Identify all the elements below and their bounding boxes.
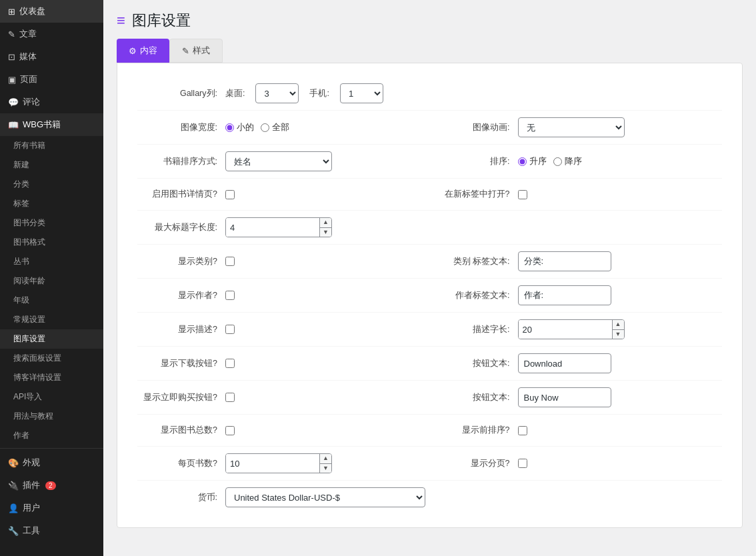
buynow-btn-input[interactable] — [518, 387, 611, 407]
sidebar-item-appearance[interactable]: 🎨 外观 — [0, 451, 103, 474]
show-author-control — [225, 291, 430, 300]
dashboard-icon: ⊞ — [8, 7, 15, 17]
front-order-right: 显示前排序? — [430, 425, 723, 436]
animation-select[interactable]: 无 淡入 滑动 — [518, 117, 625, 137]
sidebar-sub-book-format[interactable]: 图书格式 — [0, 233, 103, 252]
per-page-input[interactable] — [226, 454, 319, 473]
desc-length-up-btn[interactable]: ▲ — [613, 320, 624, 330]
sidebar-sub-all-books[interactable]: 所有书籍 — [0, 136, 103, 155]
animation-label: 图像动画: — [430, 122, 510, 133]
radio-all-text: 全部 — [272, 121, 289, 133]
max-title-down-btn[interactable]: ▼ — [320, 228, 331, 237]
show-desc-checkbox[interactable] — [225, 325, 235, 334]
sidebar-label-users: 用户 — [23, 502, 40, 514]
sidebar-sub-usage[interactable]: 用法与教程 — [0, 407, 103, 426]
tab-content[interactable]: ⚙ 内容 — [117, 39, 169, 63]
radio-asc-label[interactable]: 升序 — [518, 155, 547, 167]
download-btn-input[interactable] — [518, 353, 611, 373]
max-title-input[interactable] — [226, 218, 319, 237]
per-page-row: 每页书数? ▲ ▼ 显示分页? — [137, 447, 722, 481]
enable-detail-checkbox[interactable] — [225, 190, 235, 199]
sidebar-item-tools[interactable]: 🔧 工具 — [0, 519, 103, 542]
download-btn-control — [518, 353, 723, 373]
desktop-select[interactable]: 3 1 2 4 5 6 — [255, 83, 299, 103]
radio-desc[interactable] — [553, 157, 562, 166]
show-desc-control — [225, 325, 430, 334]
radio-asc[interactable] — [518, 157, 527, 166]
radio-small[interactable] — [225, 123, 234, 132]
per-page-spinner-btns: ▲ ▼ — [319, 454, 331, 473]
sidebar-item-wbg[interactable]: 📖 WBG书籍 — [0, 113, 103, 136]
currency-row: 货币: United States Dollar-USD-$ Euro-EUR-… — [137, 481, 722, 514]
sidebar-dashboard[interactable]: ⊞ 仪表盘 — [0, 0, 103, 23]
sidebar-item-media[interactable]: ⊡ 媒体 — [0, 45, 103, 68]
sidebar-sub-series[interactable]: 丛书 — [0, 252, 103, 271]
tab-style[interactable]: ✎ 样式 — [169, 39, 223, 63]
max-title-spinner: ▲ ▼ — [225, 217, 332, 237]
sidebar-label-wbg: WBG书籍 — [23, 119, 61, 131]
gallary-left: Gallary列: 桌面: 3 1 2 4 5 6 手机: — [137, 83, 430, 103]
pagination-right: 显示分页? — [430, 458, 723, 469]
sidebar-sub-new[interactable]: 新建 — [0, 155, 103, 175]
sort-select[interactable]: 姓名 日期 作者 — [225, 151, 332, 171]
animation-control: 无 淡入 滑动 — [518, 117, 723, 137]
sidebar-sub-general-settings[interactable]: 常规设置 — [0, 310, 103, 329]
front-order-control — [518, 426, 723, 435]
radio-asc-text: 升序 — [529, 155, 547, 167]
per-page-down-btn[interactable]: ▼ — [320, 464, 331, 473]
sidebar-sub-api-import[interactable]: API导入 — [0, 387, 103, 407]
sidebar-sub-book-category[interactable]: 图书分类 — [0, 213, 103, 233]
sidebar-item-users[interactable]: 👤 用户 — [0, 497, 103, 519]
desc-row: 显示描述? 描述字长: ▲ ▼ — [137, 313, 722, 347]
show-download-checkbox[interactable] — [225, 359, 235, 368]
sidebar-sub-author[interactable]: 作者 — [0, 426, 103, 445]
sidebar-sub-tag[interactable]: 标签 — [0, 194, 103, 213]
style-tab-label: 样式 — [193, 45, 210, 57]
image-width-row: 图像宽度: 小的 全部 图像动画: — [137, 111, 722, 145]
new-tab-checkbox[interactable] — [518, 190, 527, 199]
author-tag-input[interactable] — [518, 285, 611, 305]
mobile-select[interactable]: 1 2 3 4 — [340, 83, 383, 103]
sidebar-sub-category[interactable]: 分类 — [0, 175, 103, 194]
sidebar-sub-read-age[interactable]: 阅读年龄 — [0, 271, 103, 291]
sidebar-sub-blog-detail[interactable]: 博客详情设置 — [0, 368, 103, 387]
sidebar-sub-grade[interactable]: 年级 — [0, 291, 103, 310]
sidebar-sub-search-panel[interactable]: 搜索面板设置 — [0, 349, 103, 368]
show-author-checkbox[interactable] — [225, 291, 235, 300]
buynow-btn-label: 按钮文本: — [430, 392, 510, 403]
author-row: 显示作者? 作者标签文本: — [137, 279, 722, 313]
sort-label: 书籍排序方式: — [137, 156, 217, 167]
show-buynow-checkbox[interactable] — [225, 393, 235, 402]
radio-desc-label[interactable]: 降序 — [553, 155, 582, 167]
per-page-up-btn[interactable]: ▲ — [320, 454, 331, 464]
currency-select[interactable]: United States Dollar-USD-$ Euro-EUR-€ Br… — [225, 487, 425, 507]
show-category-checkbox[interactable] — [225, 257, 235, 266]
download-row: 显示下载按钮? 按钮文本: — [137, 347, 722, 381]
desc-length-input[interactable] — [519, 320, 612, 339]
show-download-label: 显示下载按钮? — [137, 358, 217, 369]
download-btn-right: 按钮文本: — [430, 353, 723, 373]
page-header: ≡ 图库设置 — [103, 0, 756, 31]
pagination-checkbox[interactable] — [518, 459, 527, 468]
max-title-up-btn[interactable]: ▲ — [320, 218, 331, 228]
sidebar-item-comment[interactable]: 💬 评论 — [0, 91, 103, 113]
sidebar-item-page[interactable]: ▣ 页面 — [0, 68, 103, 91]
show-total-control — [225, 426, 430, 435]
sidebar-label-page: 页面 — [20, 73, 37, 85]
show-total-checkbox[interactable] — [225, 426, 235, 435]
radio-small-label[interactable]: 小的 — [225, 121, 254, 133]
page-icon: ▣ — [8, 75, 16, 85]
mobile-label: 手机: — [309, 88, 329, 99]
author-tag-label: 作者标签文本: — [430, 290, 510, 301]
gallary-control: 桌面: 3 1 2 4 5 6 手机: 1 2 — [225, 83, 430, 103]
radio-all[interactable] — [261, 123, 269, 132]
desc-length-down-btn[interactable]: ▼ — [613, 330, 624, 339]
category-tag-input[interactable] — [518, 251, 611, 271]
detail-tab-row: 启用图书详情页? 在新标签中打开? — [137, 179, 722, 211]
radio-all-label[interactable]: 全部 — [261, 121, 289, 133]
front-order-checkbox[interactable] — [518, 426, 527, 435]
page-title: 图库设置 — [132, 11, 191, 31]
sidebar-sub-library-settings[interactable]: 图库设置 — [0, 329, 103, 349]
sidebar-item-article[interactable]: ✎ 文章 — [0, 23, 103, 45]
sidebar-item-plugins[interactable]: 🔌 插件 2 — [0, 474, 103, 497]
